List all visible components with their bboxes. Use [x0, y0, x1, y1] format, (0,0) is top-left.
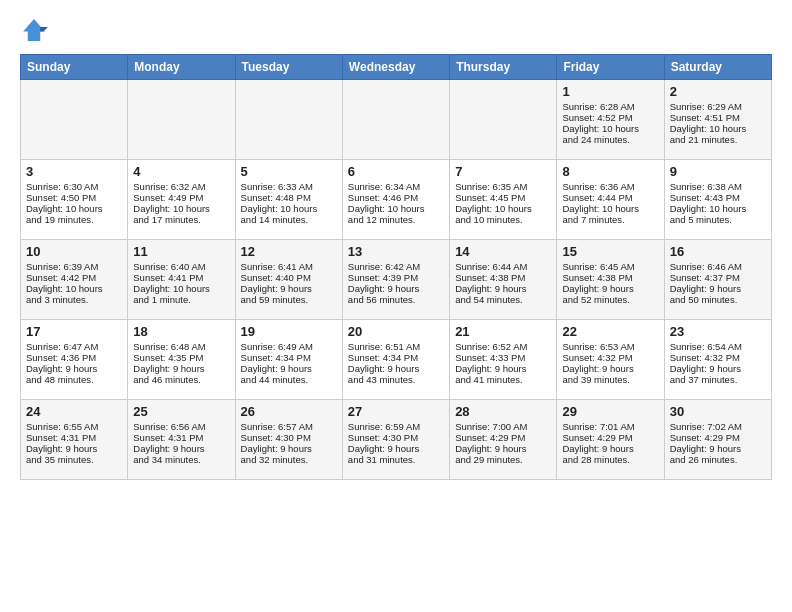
day-info: Sunrise: 6:36 AM: [562, 181, 658, 192]
calendar-cell: 8Sunrise: 6:36 AMSunset: 4:44 PMDaylight…: [557, 160, 664, 240]
calendar-cell: [342, 80, 449, 160]
day-number: 20: [348, 324, 444, 339]
day-info: Sunset: 4:36 PM: [26, 352, 122, 363]
weekday-header: Wednesday: [342, 55, 449, 80]
day-info: and 21 minutes.: [670, 134, 766, 145]
day-info: Sunrise: 7:01 AM: [562, 421, 658, 432]
day-info: and 3 minutes.: [26, 294, 122, 305]
day-info: Sunset: 4:40 PM: [241, 272, 337, 283]
day-info: and 34 minutes.: [133, 454, 229, 465]
day-info: and 41 minutes.: [455, 374, 551, 385]
day-info: Daylight: 9 hours: [241, 363, 337, 374]
day-info: Sunset: 4:32 PM: [670, 352, 766, 363]
day-number: 28: [455, 404, 551, 419]
day-info: Sunrise: 6:57 AM: [241, 421, 337, 432]
day-info: Daylight: 10 hours: [562, 123, 658, 134]
day-number: 12: [241, 244, 337, 259]
day-number: 1: [562, 84, 658, 99]
calendar-cell: [128, 80, 235, 160]
calendar-cell: 25Sunrise: 6:56 AMSunset: 4:31 PMDayligh…: [128, 400, 235, 480]
day-info: and 29 minutes.: [455, 454, 551, 465]
day-info: Sunrise: 6:30 AM: [26, 181, 122, 192]
calendar-cell: 13Sunrise: 6:42 AMSunset: 4:39 PMDayligh…: [342, 240, 449, 320]
day-number: 26: [241, 404, 337, 419]
weekday-header: Thursday: [450, 55, 557, 80]
day-number: 23: [670, 324, 766, 339]
day-info: and 59 minutes.: [241, 294, 337, 305]
header-row: SundayMondayTuesdayWednesdayThursdayFrid…: [21, 55, 772, 80]
day-number: 16: [670, 244, 766, 259]
day-info: Sunset: 4:42 PM: [26, 272, 122, 283]
day-info: Sunrise: 6:52 AM: [455, 341, 551, 352]
day-info: and 31 minutes.: [348, 454, 444, 465]
day-info: Sunset: 4:38 PM: [455, 272, 551, 283]
day-info: Daylight: 10 hours: [133, 203, 229, 214]
day-info: Sunset: 4:34 PM: [241, 352, 337, 363]
day-info: and 5 minutes.: [670, 214, 766, 225]
calendar-cell: 4Sunrise: 6:32 AMSunset: 4:49 PMDaylight…: [128, 160, 235, 240]
day-info: Sunset: 4:31 PM: [133, 432, 229, 443]
day-info: and 50 minutes.: [670, 294, 766, 305]
day-info: Sunset: 4:32 PM: [562, 352, 658, 363]
calendar-cell: 24Sunrise: 6:55 AMSunset: 4:31 PMDayligh…: [21, 400, 128, 480]
calendar-cell: 12Sunrise: 6:41 AMSunset: 4:40 PMDayligh…: [235, 240, 342, 320]
header: [20, 16, 772, 44]
day-info: and 39 minutes.: [562, 374, 658, 385]
day-info: Sunrise: 6:34 AM: [348, 181, 444, 192]
day-info: and 48 minutes.: [26, 374, 122, 385]
logo: [20, 16, 52, 44]
day-info: Sunrise: 6:41 AM: [241, 261, 337, 272]
calendar-cell: 26Sunrise: 6:57 AMSunset: 4:30 PMDayligh…: [235, 400, 342, 480]
calendar-cell: 30Sunrise: 7:02 AMSunset: 4:29 PMDayligh…: [664, 400, 771, 480]
calendar-table: SundayMondayTuesdayWednesdayThursdayFrid…: [20, 54, 772, 480]
day-info: and 26 minutes.: [670, 454, 766, 465]
day-info: Sunset: 4:30 PM: [241, 432, 337, 443]
day-number: 27: [348, 404, 444, 419]
day-info: Sunrise: 6:44 AM: [455, 261, 551, 272]
day-info: and 14 minutes.: [241, 214, 337, 225]
calendar-cell: 22Sunrise: 6:53 AMSunset: 4:32 PMDayligh…: [557, 320, 664, 400]
day-number: 17: [26, 324, 122, 339]
day-info: Sunrise: 6:29 AM: [670, 101, 766, 112]
calendar-cell: 5Sunrise: 6:33 AMSunset: 4:48 PMDaylight…: [235, 160, 342, 240]
calendar-week-row: 17Sunrise: 6:47 AMSunset: 4:36 PMDayligh…: [21, 320, 772, 400]
day-info: Sunset: 4:43 PM: [670, 192, 766, 203]
day-info: Daylight: 10 hours: [670, 203, 766, 214]
day-number: 13: [348, 244, 444, 259]
page: SundayMondayTuesdayWednesdayThursdayFrid…: [0, 0, 792, 612]
day-number: 30: [670, 404, 766, 419]
day-info: and 7 minutes.: [562, 214, 658, 225]
logo-icon: [20, 16, 48, 44]
day-info: Daylight: 9 hours: [670, 443, 766, 454]
calendar-body: 1Sunrise: 6:28 AMSunset: 4:52 PMDaylight…: [21, 80, 772, 480]
day-info: Sunrise: 6:54 AM: [670, 341, 766, 352]
calendar-header: SundayMondayTuesdayWednesdayThursdayFrid…: [21, 55, 772, 80]
day-info: Daylight: 9 hours: [26, 363, 122, 374]
day-info: Sunrise: 6:48 AM: [133, 341, 229, 352]
day-number: 2: [670, 84, 766, 99]
day-info: Daylight: 9 hours: [455, 283, 551, 294]
day-info: Sunset: 4:39 PM: [348, 272, 444, 283]
day-info: Sunset: 4:44 PM: [562, 192, 658, 203]
day-info: Daylight: 9 hours: [133, 363, 229, 374]
calendar-cell: [450, 80, 557, 160]
day-info: Sunset: 4:50 PM: [26, 192, 122, 203]
day-info: Sunrise: 6:38 AM: [670, 181, 766, 192]
calendar-cell: 20Sunrise: 6:51 AMSunset: 4:34 PMDayligh…: [342, 320, 449, 400]
calendar-cell: 21Sunrise: 6:52 AMSunset: 4:33 PMDayligh…: [450, 320, 557, 400]
day-info: and 12 minutes.: [348, 214, 444, 225]
day-info: and 37 minutes.: [670, 374, 766, 385]
day-info: Sunset: 4:37 PM: [670, 272, 766, 283]
day-info: Sunset: 4:52 PM: [562, 112, 658, 123]
calendar-cell: 23Sunrise: 6:54 AMSunset: 4:32 PMDayligh…: [664, 320, 771, 400]
day-info: Daylight: 9 hours: [348, 363, 444, 374]
day-info: Sunrise: 6:45 AM: [562, 261, 658, 272]
day-info: Daylight: 9 hours: [562, 363, 658, 374]
weekday-header: Saturday: [664, 55, 771, 80]
day-number: 11: [133, 244, 229, 259]
day-info: Sunrise: 6:33 AM: [241, 181, 337, 192]
day-number: 24: [26, 404, 122, 419]
calendar-cell: 14Sunrise: 6:44 AMSunset: 4:38 PMDayligh…: [450, 240, 557, 320]
day-info: Sunrise: 7:02 AM: [670, 421, 766, 432]
day-info: Daylight: 9 hours: [455, 363, 551, 374]
